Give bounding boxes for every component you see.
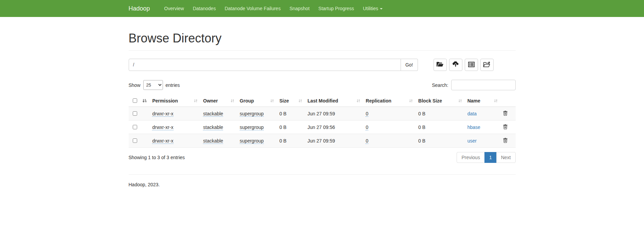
nav-item-snapshot[interactable]: Snapshot [285,0,314,17]
create-directory-button[interactable] [480,59,494,71]
nav-item-overview[interactable]: Overview [160,0,188,17]
size-cell: 0 B [279,125,287,130]
row-checkbox[interactable] [133,111,137,116]
sort-both-icon [270,99,274,103]
sort-both-icon [194,99,198,103]
last-modified-cell: Jun 27 09:59 [308,111,335,116]
column-header-block-size[interactable]: Block Size [416,95,465,107]
sort-both-icon [356,99,360,103]
cloud-upload-icon [452,61,459,68]
block-size-cell: 0 B [418,111,425,116]
pagination: Previous 1 Next [457,152,515,163]
footer-text: Hadoop, 2023. [129,182,516,187]
column-header-owner[interactable]: Owner [200,95,237,107]
navbar-brand[interactable]: Hadoop [129,0,155,17]
nav-item-datanode-volume-failures[interactable]: Datanode Volume Failures [220,0,285,17]
pagination-previous[interactable]: Previous [457,152,484,163]
last-modified-cell: Jun 27 09:59 [308,138,335,144]
column-header-name[interactable]: Name [465,95,500,107]
sort-both-icon [458,99,462,103]
trash-icon [503,125,508,130]
nav-item-startup-progress[interactable]: Startup Progress [314,0,358,17]
group-cell[interactable]: supergroup [240,125,264,130]
column-header-permission[interactable]: Permission [149,95,200,107]
directory-link[interactable]: user [467,138,477,144]
owner-cell[interactable]: stackable [203,125,223,130]
permission-cell[interactable]: drwxr-xr-x [152,111,173,117]
sort-both-icon [231,99,234,103]
footer-divider [129,174,516,175]
block-size-cell: 0 B [418,125,425,130]
open-folder-button[interactable] [434,59,447,71]
owner-cell[interactable]: stackable [203,111,223,117]
last-modified-cell: Jun 27 09:56 [308,125,335,130]
directory-link[interactable]: data [467,111,477,116]
table-row: drwxr-xr-x stackable supergroup 0 B Jun … [129,120,516,134]
delete-button[interactable] [503,138,508,143]
select-all-checkbox[interactable] [133,98,137,103]
pagination-next[interactable]: Next [496,152,516,163]
row-checkbox[interactable] [133,125,137,129]
replication-cell[interactable]: 0 [366,111,368,117]
sort-asc-icon [142,99,147,103]
page-size-select[interactable]: 25 [143,80,163,90]
size-cell: 0 B [279,111,287,116]
column-header-last-modified[interactable]: Last Modified [305,95,363,107]
select-all-header[interactable] [129,95,150,107]
table-header-row: Permission Owner Group Size [129,95,516,107]
browse-directory-panel: Browse Directory Go! [124,31,521,187]
block-size-cell: 0 B [418,138,425,144]
file-list-button[interactable] [465,59,478,71]
sort-both-icon [298,99,302,103]
replication-cell[interactable]: 0 [366,125,368,130]
permission-cell[interactable]: drwxr-xr-x [152,138,173,144]
show-label: Show [129,82,141,88]
new-folder-icon [483,61,491,69]
sort-both-icon [494,99,498,103]
replication-cell[interactable]: 0 [366,138,368,144]
size-cell: 0 B [279,138,287,144]
folder-open-icon [436,61,444,68]
group-cell[interactable]: supergroup [240,111,264,117]
table-row: drwxr-xr-x stackable supergroup 0 B Jun … [129,134,516,148]
column-header-group[interactable]: Group [237,95,277,107]
nav-dropdown-utilities-label: Utilities [363,6,378,11]
delete-button[interactable] [503,111,508,116]
table-search-control: Search: [432,80,515,90]
file-action-buttons [434,59,496,71]
entries-label: entries [166,82,180,88]
go-button[interactable]: Go! [401,59,418,71]
permission-cell[interactable]: drwxr-xr-x [152,125,173,130]
top-navbar: Hadoop Overview Datanodes Datanode Volum… [0,0,644,17]
row-checkbox[interactable] [133,138,137,143]
search-input[interactable] [451,80,516,90]
page-size-control: Show 25 entries [129,80,180,90]
page-title: Browse Directory [129,31,516,45]
group-cell[interactable]: supergroup [240,138,264,144]
directory-table: Permission Owner Group Size [129,95,516,148]
nav-item-datanodes[interactable]: Datanodes [188,0,220,17]
table-row: drwxr-xr-x stackable supergroup 0 B Jun … [129,107,516,120]
trash-icon [503,112,508,117]
pagination-page-1[interactable]: 1 [484,152,497,163]
owner-cell[interactable]: stackable [203,138,223,144]
upload-file-button[interactable] [449,59,462,71]
chevron-down-icon [380,8,383,10]
nav-dropdown-utilities[interactable]: Utilities [358,0,387,17]
sort-both-icon [409,99,413,103]
column-header-size[interactable]: Size [277,95,305,107]
column-header-replication[interactable]: Replication [363,95,416,107]
path-input-group: Go! [129,59,418,71]
directory-link[interactable]: hbase [467,125,480,130]
column-header-actions [500,95,516,107]
title-divider [129,50,516,51]
th-list-icon [468,62,475,68]
delete-button[interactable] [503,124,508,129]
table-info: Showing 1 to 3 of 3 entries [129,155,185,160]
directory-path-input[interactable] [129,59,401,71]
search-label: Search: [432,82,448,88]
trash-icon [503,139,508,144]
